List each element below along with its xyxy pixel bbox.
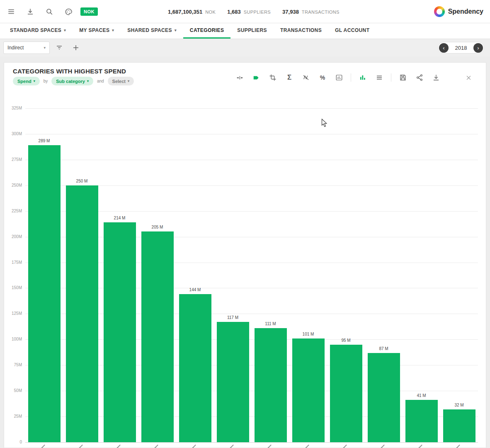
share-button[interactable] xyxy=(411,72,428,83)
stat-label: TRANSACTIONS xyxy=(302,10,340,15)
tab-label: TRANSACTIONS xyxy=(280,27,322,33)
x-axis-label-truncated xyxy=(342,445,347,448)
toolbar-divider xyxy=(351,73,351,82)
x-axis-label-truncated xyxy=(418,445,422,448)
add-widget-button[interactable] xyxy=(69,41,83,55)
y-axis-tick-label: 275M xyxy=(3,157,22,162)
bar-chart-view-button[interactable] xyxy=(354,72,371,83)
bar-sub-category[interactable] xyxy=(292,338,325,442)
x-axis-label-truncated xyxy=(305,445,309,448)
merge-categories-button[interactable] xyxy=(231,72,248,83)
tab-shared-spaces[interactable]: SHARED SPACES▾ xyxy=(121,23,183,39)
previous-year-button[interactable]: ‹ xyxy=(439,43,449,53)
search-button[interactable] xyxy=(42,5,56,19)
bar-value-label: 214 M xyxy=(101,216,138,220)
theme-button[interactable] xyxy=(61,5,75,19)
table-view-button[interactable] xyxy=(371,72,388,83)
crop-icon xyxy=(269,74,277,81)
boxed-chart-icon xyxy=(335,74,343,81)
x-axis-label-truncated xyxy=(380,445,385,448)
bar-sub-category[interactable] xyxy=(330,345,362,442)
y-axis-tick-label: 50M xyxy=(3,388,22,393)
brand: Spendency xyxy=(434,0,483,23)
y-axis-tick-label: 225M xyxy=(3,209,22,213)
bar-value-label: 250 M xyxy=(63,179,101,183)
x-axis-label-truncated xyxy=(116,445,121,448)
bar-sub-category[interactable] xyxy=(405,400,438,442)
tab-suppliers[interactable]: SUPPLIERS xyxy=(230,23,274,39)
chevron-down-icon: ▾ xyxy=(34,79,35,83)
tab-label: SUPPLIERS xyxy=(237,27,267,33)
percent-button[interactable]: % xyxy=(314,72,331,83)
y-axis-tick-label: 25M xyxy=(3,414,22,419)
crop-button[interactable] xyxy=(264,72,281,83)
save-button[interactable] xyxy=(395,72,411,83)
download-report-button[interactable] xyxy=(23,5,37,19)
selected-category: Indirect xyxy=(7,45,24,51)
and-label: and xyxy=(97,79,104,83)
export-button[interactable] xyxy=(428,72,444,83)
chart-card: CATEGORIES WITH HIGHEST SPEND Spend▾ by … xyxy=(4,62,486,448)
hamburger-menu-button[interactable] xyxy=(4,5,18,19)
filter-button[interactable] xyxy=(52,41,66,55)
chart-title: CATEGORIES WITH HIGHEST SPEND xyxy=(13,68,126,75)
bar-value-label: 289 M xyxy=(25,139,63,143)
secondary-dimension-pill[interactable]: Select▾ xyxy=(108,77,134,85)
year-label: 2018 xyxy=(453,45,469,51)
stat-transactions: 37,938 TRANSACTIONS xyxy=(282,9,340,15)
y-axis-tick-label: 125M xyxy=(3,311,22,316)
tab-categories[interactable]: CATEGORIES xyxy=(183,23,230,39)
y-axis-tick-label: 75M xyxy=(3,363,22,367)
bar-sub-category[interactable] xyxy=(179,294,211,442)
y-axis-tick-label: 325M xyxy=(3,106,22,110)
bar-sub-category[interactable] xyxy=(368,353,400,442)
close-icon xyxy=(466,75,472,81)
label-mode-button[interactable] xyxy=(248,72,264,83)
bar-sub-category[interactable] xyxy=(141,231,174,442)
tab-transactions[interactable]: TRANSACTIONS xyxy=(274,23,328,39)
download-icon xyxy=(27,8,34,15)
tab-standard-spaces[interactable]: STANDARD SPACES▾ xyxy=(3,23,73,39)
bar-sub-category[interactable] xyxy=(104,222,136,442)
filter-bar: Indirect ▾ ‹ 2018 › xyxy=(0,39,490,56)
page: NOK 1,687,100,351 NOK 1,683 SUPPLIERS 37… xyxy=(0,0,490,448)
tab-my-spaces[interactable]: MY SPACES▾ xyxy=(73,23,121,39)
x-axis-label-truncated xyxy=(456,445,460,448)
bar-value-label: 32 M xyxy=(440,403,478,407)
palette-icon xyxy=(65,8,73,16)
bar-sub-category[interactable] xyxy=(443,409,475,442)
list-icon xyxy=(376,74,383,81)
tab-label: MY SPACES xyxy=(79,27,109,33)
bar-sub-category[interactable] xyxy=(217,322,249,442)
topbar-left: NOK xyxy=(4,0,98,23)
next-year-button[interactable]: › xyxy=(473,43,483,53)
chevron-down-icon: ▾ xyxy=(112,28,114,32)
bar-sub-category[interactable] xyxy=(66,185,98,442)
tab-gl-account[interactable]: GL ACCOUNT xyxy=(328,23,376,39)
toolbar-divider xyxy=(391,73,391,82)
bar-value-label: 117 M xyxy=(214,315,252,320)
brand-name: Spendency xyxy=(448,8,483,15)
gridline xyxy=(25,108,478,109)
y-axis-tick-label: 300M xyxy=(3,131,22,136)
summary-stats: 1,687,100,351 NOK 1,683 SUPPLIERS 37,938… xyxy=(168,0,340,23)
close-chart-button[interactable] xyxy=(462,72,475,83)
stat-value: 1,687,100,351 xyxy=(168,9,202,15)
y-axis-tick-label: 250M xyxy=(3,183,22,187)
chart-toolbar: Σ % xyxy=(231,72,444,83)
sigma-icon: Σ xyxy=(287,73,291,82)
save-icon xyxy=(399,74,407,81)
sum-button[interactable]: Σ xyxy=(281,72,298,83)
category-tree-select[interactable]: Indirect ▾ xyxy=(3,41,50,54)
bar-value-label: 101 M xyxy=(289,332,327,336)
x-axis-label-truncated xyxy=(78,445,83,448)
chevron-down-icon: ▾ xyxy=(175,28,177,32)
measure-pill[interactable]: Spend▾ xyxy=(13,77,40,85)
currency-badge[interactable]: NOK xyxy=(80,7,98,16)
bar-sub-category[interactable] xyxy=(255,328,287,442)
dimension-pill[interactable]: Sub category▾ xyxy=(51,77,93,85)
bar-sub-category[interactable] xyxy=(28,145,61,442)
by-label: by xyxy=(44,79,48,83)
benchmark-button[interactable] xyxy=(331,72,347,83)
exclude-button[interactable] xyxy=(298,72,314,83)
